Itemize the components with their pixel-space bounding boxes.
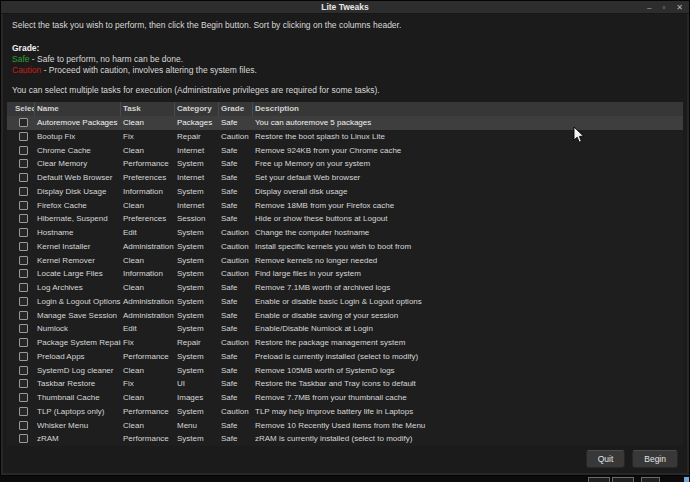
table-row[interactable]: TLP (Laptops only)PerformanceSystemCauti… bbox=[7, 405, 683, 419]
table-row[interactable]: HostnameEditSystemCautionChange the comp… bbox=[7, 226, 683, 240]
task-name: Kernel Installer bbox=[35, 240, 121, 254]
task-name: Clear Memory bbox=[35, 157, 121, 171]
table-row[interactable]: SystemD Log cleanerCleanSystemSafeRemove… bbox=[7, 364, 683, 378]
column-header-name[interactable]: Name bbox=[35, 102, 121, 116]
close-icon[interactable]: ✕ bbox=[676, 1, 683, 14]
taskbar-window-button[interactable] bbox=[588, 477, 610, 482]
taskbar-tray-accent[interactable] bbox=[684, 477, 689, 482]
row-checkbox[interactable] bbox=[19, 173, 28, 182]
row-checkbox[interactable] bbox=[19, 256, 28, 265]
row-checkbox[interactable] bbox=[19, 159, 28, 168]
row-checkbox[interactable] bbox=[19, 421, 28, 430]
table-row[interactable]: Log ArchivesCleanSystemSafeRemove 7.1MB … bbox=[7, 281, 683, 295]
table-row[interactable]: Default Web BrowserPreferencesInternetSa… bbox=[7, 171, 683, 185]
task-description: Remove 105MB worth of SystemD logs bbox=[253, 364, 683, 378]
row-checkbox[interactable] bbox=[19, 352, 28, 361]
table-row[interactable]: Taskbar RestoreFixUISafeRestore the Task… bbox=[7, 377, 683, 391]
row-checkbox[interactable] bbox=[19, 201, 28, 210]
minimize-icon[interactable]: – bbox=[647, 1, 651, 14]
task-type: Clean bbox=[121, 419, 175, 433]
row-checkbox[interactable] bbox=[19, 118, 28, 127]
table-row[interactable]: zRAMPerformanceSystemSafezRAM is current… bbox=[7, 432, 683, 446]
task-type: Fix bbox=[121, 130, 175, 144]
row-checkbox[interactable] bbox=[19, 146, 28, 155]
task-name: Taskbar Restore bbox=[35, 377, 121, 391]
task-category: Session bbox=[175, 212, 219, 226]
begin-button[interactable]: Begin bbox=[632, 450, 678, 468]
select-cell bbox=[7, 185, 35, 199]
column-header-category[interactable]: Category bbox=[175, 102, 219, 116]
taskbar-window-button[interactable] bbox=[641, 477, 660, 482]
row-checkbox[interactable] bbox=[19, 393, 28, 402]
task-name: Hibernate, Suspend bbox=[35, 212, 121, 226]
task-category: System bbox=[175, 309, 219, 323]
task-description: Remove 18MB from your Firefox cache bbox=[253, 199, 683, 213]
task-grade: Safe bbox=[219, 171, 253, 185]
table-row[interactable]: Bootup FixFixRepairCautionRestore the bo… bbox=[7, 130, 683, 144]
column-header-task[interactable]: Task bbox=[121, 102, 175, 116]
task-type: Preferences bbox=[121, 212, 175, 226]
column-header-select[interactable]: Select bbox=[7, 102, 35, 116]
row-checkbox[interactable] bbox=[19, 311, 28, 320]
row-checkbox[interactable] bbox=[19, 187, 28, 196]
table-row[interactable]: Kernel InstallerAdministrationSystemCaut… bbox=[7, 240, 683, 254]
task-grade: Caution bbox=[219, 267, 253, 281]
select-cell bbox=[7, 364, 35, 378]
task-description: Remove 10 Recently Used items from the M… bbox=[253, 419, 683, 433]
taskbar-window-button[interactable] bbox=[612, 477, 634, 482]
row-checkbox[interactable] bbox=[19, 379, 28, 388]
task-name: Preload Apps bbox=[35, 350, 121, 364]
row-checkbox[interactable] bbox=[19, 132, 28, 141]
table-row[interactable]: Kernel RemoverCleanSystemCautionRemove k… bbox=[7, 254, 683, 268]
row-checkbox[interactable] bbox=[19, 297, 28, 306]
quit-button[interactable]: Quit bbox=[586, 450, 626, 468]
task-name: Thumbnail Cache bbox=[35, 391, 121, 405]
row-checkbox[interactable] bbox=[19, 338, 28, 347]
table-row[interactable]: Hibernate, SuspendPreferencesSessionSafe… bbox=[7, 212, 683, 226]
task-description: Hide or show these buttons at Logout bbox=[253, 212, 683, 226]
task-type: Performance bbox=[121, 157, 175, 171]
table-row[interactable]: Locate Large FilesInformationSystemCauti… bbox=[7, 267, 683, 281]
select-cell bbox=[7, 157, 35, 171]
row-checkbox[interactable] bbox=[19, 242, 28, 251]
table-row[interactable]: Thumbnail CacheCleanImagesSafeRemove 7.7… bbox=[7, 391, 683, 405]
maximize-icon[interactable]: ▫ bbox=[662, 1, 665, 14]
row-checkbox[interactable] bbox=[19, 228, 28, 237]
select-cell bbox=[7, 295, 35, 309]
table-row[interactable]: Package System RepairFixRepairCautionRes… bbox=[7, 336, 683, 350]
task-type: Preferences bbox=[121, 171, 175, 185]
table-row[interactable]: Login & Logout OptionsAdministrationSyst… bbox=[7, 295, 683, 309]
task-grade: Caution bbox=[219, 130, 253, 144]
table-row[interactable]: Firefox CacheCleanInternetSafeRemove 18M… bbox=[7, 199, 683, 213]
column-header-grade[interactable]: Grade bbox=[219, 102, 253, 116]
row-checkbox[interactable] bbox=[19, 283, 28, 292]
task-category: Internet bbox=[175, 171, 219, 185]
select-cell bbox=[7, 130, 35, 144]
row-checkbox[interactable] bbox=[19, 407, 28, 416]
table-row[interactable]: Chrome CacheCleanInternetSafeRemove 924K… bbox=[7, 144, 683, 158]
task-category: System bbox=[175, 350, 219, 364]
row-checkbox[interactable] bbox=[19, 269, 28, 278]
table-row[interactable]: Clear MemoryPerformanceSystemSafeFree up… bbox=[7, 157, 683, 171]
column-header-description[interactable]: Description bbox=[253, 102, 683, 116]
titlebar[interactable]: Lite Tweaks – ▫ ✕ bbox=[1, 1, 689, 14]
task-type: Performance bbox=[121, 432, 175, 446]
task-grade: Caution bbox=[219, 240, 253, 254]
task-type: Clean bbox=[121, 199, 175, 213]
tasks-table: SelectNameTaskCategoryGradeDescription A… bbox=[7, 102, 683, 446]
row-checkbox[interactable] bbox=[19, 434, 28, 443]
row-checkbox[interactable] bbox=[19, 214, 28, 223]
table-row[interactable]: NumlockEditSystemSafeEnable/Disable Numl… bbox=[7, 322, 683, 336]
task-grade: Safe bbox=[219, 281, 253, 295]
table-row[interactable]: Display Disk UsageInformationSystemSafeD… bbox=[7, 185, 683, 199]
task-grade: Safe bbox=[219, 295, 253, 309]
row-checkbox[interactable] bbox=[19, 324, 28, 333]
select-cell bbox=[7, 267, 35, 281]
table-row[interactable]: Whisker MenuCleanMenuSafeRemove 10 Recen… bbox=[7, 419, 683, 433]
table-row[interactable]: Preload AppsPerformanceSystemSafePreload… bbox=[7, 350, 683, 364]
task-name: Manage Save Session bbox=[35, 309, 121, 323]
table-row[interactable]: Autoremove PackagesCleanPackagesSafeYou … bbox=[7, 116, 683, 130]
task-name: Login & Logout Options bbox=[35, 295, 121, 309]
row-checkbox[interactable] bbox=[19, 366, 28, 375]
table-row[interactable]: Manage Save SessionAdministrationSystemS… bbox=[7, 309, 683, 323]
